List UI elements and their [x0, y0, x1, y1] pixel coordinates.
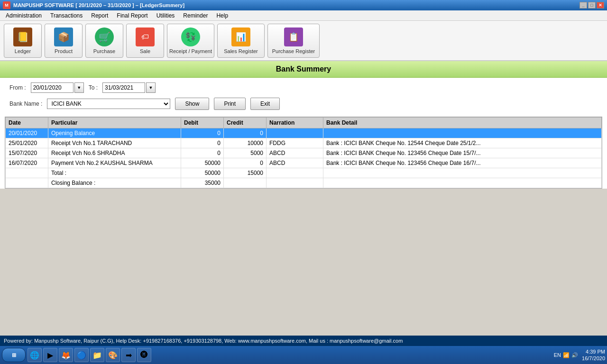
- table-row: 16/07/2020 Payment Vch No.2 KAUSHAL SHAR…: [6, 158, 602, 168]
- taskbar-app1-icon[interactable]: ➡: [121, 348, 136, 362]
- toolbar-sales-register[interactable]: 📊 Sales Register: [217, 24, 265, 58]
- to-label: To :: [89, 84, 98, 91]
- taskbar-explorer-icon[interactable]: 📁: [90, 348, 104, 362]
- cell-debit: 0: [181, 138, 224, 148]
- toolbar-purchase-register[interactable]: 📋 Purchase Register: [267, 24, 320, 58]
- taskbar-sys-icons: EN 📶 🔊: [554, 352, 578, 358]
- print-button[interactable]: Print: [214, 98, 246, 110]
- close-button[interactable]: ✕: [597, 2, 604, 9]
- cell-empty: [6, 168, 48, 178]
- to-date-picker[interactable]: ▼: [146, 82, 156, 93]
- cell-bank-detail: Bank : ICICI BANK Cheque No. 12544 Chequ…: [323, 138, 602, 148]
- cell-empty: [323, 178, 602, 188]
- bank-name-select[interactable]: ICICI BANK HDFC BANK SBI AXIS BANK: [47, 99, 170, 109]
- table-row: 25/01/2020 Receipt Vch No.1 TARACHAND 0 …: [6, 138, 602, 148]
- menu-reminder[interactable]: Reminder: [179, 11, 212, 20]
- window-controls: _ □ ✕: [579, 2, 604, 9]
- to-date-input[interactable]: [102, 82, 145, 93]
- clock-date: 16/7/2020: [582, 355, 605, 362]
- toolbar-receipt-payment[interactable]: 💱 Receipt / Payment: [167, 24, 214, 58]
- cell-particular: Opening Balance: [48, 128, 181, 138]
- from-label: From :: [9, 84, 26, 91]
- taskbar-ie-icon[interactable]: 🌐: [28, 348, 42, 362]
- toolbar-product[interactable]: 📦 Product: [45, 24, 83, 58]
- toolbar-ledger-label: Ledger: [15, 48, 31, 54]
- cell-date: 16/07/2020: [6, 158, 48, 168]
- taskbar: ⊞ 🌐 ▶ 🦊 🔵 📁 🎨 ➡ 🅜 EN 📶 🔊 4:39 PM 16/7/20…: [0, 346, 607, 364]
- taskbar-media-icon[interactable]: ▶: [43, 348, 57, 362]
- product-icon: 📦: [54, 27, 73, 46]
- cell-empty: [267, 178, 323, 188]
- maximize-button[interactable]: □: [588, 2, 596, 9]
- purchase-icon: 🛒: [95, 27, 114, 46]
- title-bar: M MANPUSHP SOFTWARE [ 20/1/2020 – 31/3/2…: [0, 0, 607, 10]
- to-date-wrap: ▼: [102, 82, 156, 93]
- taskbar-paint-icon[interactable]: 🎨: [106, 348, 120, 362]
- toolbar-sale[interactable]: 🏷 Sale: [126, 24, 164, 58]
- taskbar-app2-icon[interactable]: 🅜: [137, 348, 151, 362]
- taskbar-clock: 4:39 PM 16/7/2020: [582, 348, 605, 362]
- receipt-icon: 💱: [181, 27, 200, 46]
- cell-particular: Receipt Vch No.1 TARACHAND: [48, 138, 181, 148]
- cell-credit: 10000: [224, 138, 267, 148]
- bank-summary-table: Date Particular Debit Credit Narration B…: [5, 117, 602, 188]
- col-header-bank-detail: Bank Detail: [323, 118, 602, 128]
- window-title: MANPUSHP SOFTWARE [ 20/1/2020 – 31/3/202…: [13, 2, 184, 8]
- toolbar-product-label: Product: [55, 48, 73, 54]
- menu-report[interactable]: Report: [87, 11, 112, 20]
- table-total-row: Total : 50000 15000: [6, 168, 602, 178]
- cell-empty: [224, 178, 267, 188]
- taskbar-firefox-icon[interactable]: 🦊: [59, 348, 73, 362]
- cell-narration: ABCD: [267, 148, 323, 158]
- menu-transactions[interactable]: Transactions: [46, 11, 86, 20]
- exit-button[interactable]: Exit: [250, 98, 280, 110]
- start-button[interactable]: ⊞: [2, 348, 26, 362]
- cell-debit: 0: [181, 128, 224, 138]
- bank-filter-row: Bank Name : ICICI BANK HDFC BANK SBI AXI…: [9, 98, 598, 110]
- cell-bank-detail: [323, 128, 602, 138]
- toolbar-purchase[interactable]: 🛒 Purchase: [85, 24, 123, 58]
- toolbar-ledger[interactable]: 📒 Ledger: [4, 24, 42, 58]
- cell-date: 20/01/2020: [6, 128, 48, 138]
- toolbar-purchase-label: Purchase: [93, 48, 115, 54]
- cell-bank-detail: Bank : ICICI BANK Cheque No. 123456 Cheq…: [323, 148, 602, 158]
- sales-register-icon: 📊: [231, 27, 250, 46]
- app-icon: M: [3, 1, 10, 9]
- cell-closing-label: Closing Balance :: [48, 178, 181, 188]
- menu-final-report[interactable]: Final Report: [113, 11, 151, 20]
- from-date-input[interactable]: [31, 82, 74, 93]
- cell-date: 15/07/2020: [6, 148, 48, 158]
- cell-narration: [267, 128, 323, 138]
- cell-credit: 5000: [224, 148, 267, 158]
- toolbar: 📒 Ledger 📦 Product 🛒 Purchase 🏷 Sale 💱 R…: [0, 21, 607, 61]
- purchase-register-icon: 📋: [284, 27, 303, 46]
- menu-bar: Administration Transactions Report Final…: [0, 10, 607, 21]
- minimize-button[interactable]: _: [579, 2, 587, 9]
- table-row: 15/07/2020 Receipt Vch No.6 SHRADHA 0 50…: [6, 148, 602, 158]
- menu-utilities[interactable]: Utilities: [153, 11, 179, 20]
- sale-icon: 🏷: [136, 27, 155, 46]
- cell-date: 25/01/2020: [6, 138, 48, 148]
- toolbar-purchase-register-label: Purchase Register: [272, 48, 315, 54]
- toolbar-sales-register-label: Sales Register: [224, 48, 258, 54]
- ledger-icon: 📒: [13, 27, 32, 46]
- show-button[interactable]: Show: [175, 98, 209, 110]
- toolbar-sale-label: Sale: [140, 48, 150, 54]
- cell-total-label: Total :: [48, 168, 181, 178]
- windows-icon: ⊞: [12, 352, 16, 358]
- toolbar-receipt-label: Receipt / Payment: [169, 48, 212, 54]
- clock-time: 4:39 PM: [582, 348, 605, 355]
- menu-help[interactable]: Help: [212, 11, 232, 20]
- taskbar-chrome-icon[interactable]: 🔵: [74, 348, 89, 362]
- cell-empty: [6, 178, 48, 188]
- from-date-picker[interactable]: ▼: [74, 82, 84, 93]
- network-icon: 📶: [563, 352, 570, 358]
- status-bar: Powered by: Manpushp Software, Raipur (C…: [0, 336, 607, 346]
- cell-debit: 0: [181, 148, 224, 158]
- col-header-narration: Narration: [267, 118, 323, 128]
- bank-name-label: Bank Name :: [9, 100, 42, 107]
- data-table-container: Date Particular Debit Credit Narration B…: [5, 117, 602, 189]
- taskbar-right: EN 📶 🔊 4:39 PM 16/7/2020: [554, 348, 605, 362]
- menu-administration[interactable]: Administration: [2, 11, 46, 20]
- cell-empty: [267, 168, 323, 178]
